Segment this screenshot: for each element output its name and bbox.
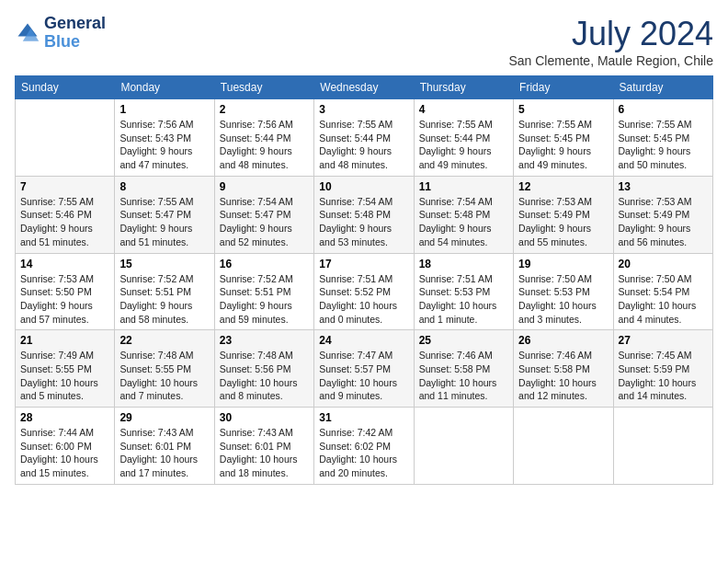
day-info: Sunrise: 7:56 AM Sunset: 5:43 PM Dayligh… bbox=[119, 118, 209, 172]
calendar-day-10: 10Sunrise: 7:54 AM Sunset: 5:48 PM Dayli… bbox=[314, 176, 414, 253]
calendar-table: SundayMondayTuesdayWednesdayThursdayFrid… bbox=[15, 75, 713, 485]
calendar-day-27: 27Sunrise: 7:45 AM Sunset: 5:59 PM Dayli… bbox=[613, 330, 712, 408]
calendar-day-6: 6Sunrise: 7:55 AM Sunset: 5:45 PM Daylig… bbox=[613, 99, 712, 177]
month-title: July 2024 bbox=[508, 15, 713, 53]
day-info: Sunrise: 7:53 AM Sunset: 5:50 PM Dayligh… bbox=[20, 272, 109, 327]
day-info: Sunrise: 7:43 AM Sunset: 6:01 PM Dayligh… bbox=[119, 426, 209, 480]
calendar-day-24: 24Sunrise: 7:47 AM Sunset: 5:57 PM Dayli… bbox=[314, 330, 414, 408]
calendar-day-16: 16Sunrise: 7:52 AM Sunset: 5:51 PM Dayli… bbox=[214, 253, 313, 330]
day-number: 19 bbox=[518, 258, 608, 270]
day-info: Sunrise: 7:44 AM Sunset: 6:00 PM Dayligh… bbox=[20, 426, 109, 480]
day-info: Sunrise: 7:55 AM Sunset: 5:45 PM Dayligh… bbox=[518, 118, 608, 172]
day-info: Sunrise: 7:42 AM Sunset: 6:02 PM Dayligh… bbox=[319, 426, 408, 480]
day-info: Sunrise: 7:49 AM Sunset: 5:55 PM Dayligh… bbox=[20, 349, 109, 403]
logo-text: General Blue bbox=[44, 15, 106, 52]
day-number: 22 bbox=[119, 334, 209, 347]
day-number: 15 bbox=[119, 258, 209, 270]
day-number: 16 bbox=[220, 258, 309, 270]
calendar-day-4: 4Sunrise: 7:55 AM Sunset: 5:44 PM Daylig… bbox=[414, 99, 513, 177]
title-section: July 2024 San Clemente, Maule Region, Ch… bbox=[508, 15, 713, 68]
calendar-header-thursday: Thursday bbox=[414, 76, 513, 99]
day-number: 11 bbox=[419, 180, 508, 193]
calendar-day-19: 19Sunrise: 7:50 AM Sunset: 5:53 PM Dayli… bbox=[514, 253, 613, 330]
day-number: 31 bbox=[319, 411, 408, 424]
day-info: Sunrise: 7:55 AM Sunset: 5:44 PM Dayligh… bbox=[419, 118, 508, 172]
day-info: Sunrise: 7:50 AM Sunset: 5:54 PM Dayligh… bbox=[619, 272, 708, 327]
day-number: 27 bbox=[619, 334, 708, 347]
logo-icon bbox=[15, 20, 40, 46]
day-number: 30 bbox=[220, 411, 309, 424]
day-info: Sunrise: 7:55 AM Sunset: 5:46 PM Dayligh… bbox=[20, 195, 109, 249]
calendar-day-2: 2Sunrise: 7:56 AM Sunset: 5:44 PM Daylig… bbox=[214, 99, 313, 177]
calendar-empty-cell bbox=[16, 99, 115, 177]
location-subtitle: San Clemente, Maule Region, Chile bbox=[508, 53, 713, 68]
day-info: Sunrise: 7:52 AM Sunset: 5:51 PM Dayligh… bbox=[220, 272, 309, 327]
day-info: Sunrise: 7:43 AM Sunset: 6:01 PM Dayligh… bbox=[220, 426, 309, 480]
day-info: Sunrise: 7:53 AM Sunset: 5:49 PM Dayligh… bbox=[518, 195, 608, 249]
day-number: 17 bbox=[319, 258, 408, 270]
day-info: Sunrise: 7:55 AM Sunset: 5:44 PM Dayligh… bbox=[319, 118, 408, 172]
calendar-header-row: SundayMondayTuesdayWednesdayThursdayFrid… bbox=[16, 76, 713, 99]
calendar-day-9: 9Sunrise: 7:54 AM Sunset: 5:47 PM Daylig… bbox=[214, 176, 313, 253]
calendar-empty-cell bbox=[514, 408, 613, 485]
day-number: 20 bbox=[619, 258, 708, 270]
day-number: 4 bbox=[419, 103, 508, 116]
day-number: 14 bbox=[20, 258, 109, 270]
day-number: 1 bbox=[119, 103, 209, 116]
calendar-header-sunday: Sunday bbox=[16, 76, 115, 99]
calendar-header-monday: Monday bbox=[115, 76, 214, 99]
calendar-day-23: 23Sunrise: 7:48 AM Sunset: 5:56 PM Dayli… bbox=[214, 330, 313, 408]
day-info: Sunrise: 7:54 AM Sunset: 5:48 PM Dayligh… bbox=[419, 195, 508, 249]
calendar-day-31: 31Sunrise: 7:42 AM Sunset: 6:02 PM Dayli… bbox=[314, 408, 414, 485]
calendar-week-row: 28Sunrise: 7:44 AM Sunset: 6:00 PM Dayli… bbox=[16, 408, 713, 485]
calendar-week-row: 21Sunrise: 7:49 AM Sunset: 5:55 PM Dayli… bbox=[16, 330, 713, 408]
calendar-header-wednesday: Wednesday bbox=[314, 76, 414, 99]
day-number: 12 bbox=[518, 180, 608, 193]
calendar-day-22: 22Sunrise: 7:48 AM Sunset: 5:55 PM Dayli… bbox=[115, 330, 214, 408]
day-info: Sunrise: 7:55 AM Sunset: 5:47 PM Dayligh… bbox=[119, 195, 209, 249]
day-number: 3 bbox=[319, 103, 408, 116]
day-info: Sunrise: 7:56 AM Sunset: 5:44 PM Dayligh… bbox=[220, 118, 309, 172]
day-number: 28 bbox=[20, 411, 109, 424]
day-number: 7 bbox=[20, 180, 109, 193]
calendar-day-5: 5Sunrise: 7:55 AM Sunset: 5:45 PM Daylig… bbox=[514, 99, 613, 177]
day-number: 13 bbox=[619, 180, 708, 193]
calendar-empty-cell bbox=[414, 408, 513, 485]
day-number: 29 bbox=[119, 411, 209, 424]
day-number: 24 bbox=[319, 334, 408, 347]
calendar-day-21: 21Sunrise: 7:49 AM Sunset: 5:55 PM Dayli… bbox=[16, 330, 115, 408]
day-number: 5 bbox=[518, 103, 608, 116]
day-info: Sunrise: 7:46 AM Sunset: 5:58 PM Dayligh… bbox=[419, 349, 508, 403]
calendar-header-tuesday: Tuesday bbox=[214, 76, 313, 99]
calendar-day-8: 8Sunrise: 7:55 AM Sunset: 5:47 PM Daylig… bbox=[115, 176, 214, 253]
calendar-day-18: 18Sunrise: 7:51 AM Sunset: 5:53 PM Dayli… bbox=[414, 253, 513, 330]
day-info: Sunrise: 7:51 AM Sunset: 5:52 PM Dayligh… bbox=[319, 272, 408, 327]
day-number: 10 bbox=[319, 180, 408, 193]
calendar-day-28: 28Sunrise: 7:44 AM Sunset: 6:00 PM Dayli… bbox=[16, 408, 115, 485]
calendar-day-12: 12Sunrise: 7:53 AM Sunset: 5:49 PM Dayli… bbox=[514, 176, 613, 253]
day-info: Sunrise: 7:55 AM Sunset: 5:45 PM Dayligh… bbox=[619, 118, 708, 172]
calendar-day-3: 3Sunrise: 7:55 AM Sunset: 5:44 PM Daylig… bbox=[314, 99, 414, 177]
calendar-week-row: 7Sunrise: 7:55 AM Sunset: 5:46 PM Daylig… bbox=[16, 176, 713, 253]
calendar-day-11: 11Sunrise: 7:54 AM Sunset: 5:48 PM Dayli… bbox=[414, 176, 513, 253]
day-info: Sunrise: 7:50 AM Sunset: 5:53 PM Dayligh… bbox=[518, 272, 608, 327]
calendar-day-26: 26Sunrise: 7:46 AM Sunset: 5:58 PM Dayli… bbox=[514, 330, 613, 408]
day-number: 2 bbox=[220, 103, 309, 116]
day-number: 23 bbox=[220, 334, 309, 347]
day-info: Sunrise: 7:45 AM Sunset: 5:59 PM Dayligh… bbox=[619, 349, 708, 403]
day-info: Sunrise: 7:48 AM Sunset: 5:56 PM Dayligh… bbox=[220, 349, 309, 403]
day-info: Sunrise: 7:54 AM Sunset: 5:48 PM Dayligh… bbox=[319, 195, 408, 249]
day-info: Sunrise: 7:52 AM Sunset: 5:51 PM Dayligh… bbox=[119, 272, 209, 327]
day-info: Sunrise: 7:46 AM Sunset: 5:58 PM Dayligh… bbox=[518, 349, 608, 403]
page-header: General Blue July 2024 San Clemente, Mau… bbox=[15, 15, 713, 68]
day-number: 8 bbox=[119, 180, 209, 193]
calendar-day-13: 13Sunrise: 7:53 AM Sunset: 5:49 PM Dayli… bbox=[613, 176, 712, 253]
day-info: Sunrise: 7:54 AM Sunset: 5:47 PM Dayligh… bbox=[220, 195, 309, 249]
day-number: 9 bbox=[220, 180, 309, 193]
day-number: 18 bbox=[419, 258, 508, 270]
day-info: Sunrise: 7:48 AM Sunset: 5:55 PM Dayligh… bbox=[119, 349, 209, 403]
day-info: Sunrise: 7:47 AM Sunset: 5:57 PM Dayligh… bbox=[319, 349, 408, 403]
calendar-day-30: 30Sunrise: 7:43 AM Sunset: 6:01 PM Dayli… bbox=[214, 408, 313, 485]
calendar-day-14: 14Sunrise: 7:53 AM Sunset: 5:50 PM Dayli… bbox=[16, 253, 115, 330]
day-number: 25 bbox=[419, 334, 508, 347]
